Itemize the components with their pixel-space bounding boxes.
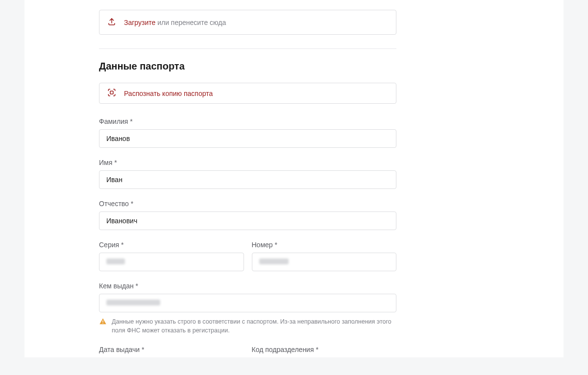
form-content: Загрузите или перенесите сюда Данные пас… xyxy=(24,10,397,357)
issued-by-warning: Данные нужно указать строго в соответств… xyxy=(99,317,396,335)
field-dept-code: Код подразделения * xyxy=(252,346,397,357)
patronymic-input[interactable] xyxy=(99,211,396,230)
surname-label: Фамилия * xyxy=(99,117,397,125)
field-issued-by: Кем выдан * xyxy=(99,282,397,312)
upload-rest-label: или перенесите сюда xyxy=(155,19,226,26)
form-inner: Загрузите или перенесите сюда Данные пас… xyxy=(24,10,397,357)
svg-rect-2 xyxy=(102,320,103,322)
section-divider xyxy=(99,48,396,49)
section-title: Данные паспорта xyxy=(99,61,397,72)
field-series: Серия * xyxy=(99,241,244,271)
upload-icon xyxy=(107,17,116,27)
surname-input[interactable] xyxy=(99,129,396,148)
svg-rect-3 xyxy=(102,323,103,324)
name-label: Имя * xyxy=(99,159,397,166)
scan-icon xyxy=(107,88,116,98)
patronymic-label: Отчество * xyxy=(99,200,397,208)
upload-dropzone[interactable]: Загрузите или перенесите сюда xyxy=(99,10,396,35)
page-container: Загрузите или перенесите сюда Данные пас… xyxy=(24,0,564,357)
row-date-dept: Дата выдачи * Код подразделения * xyxy=(99,346,396,357)
series-input[interactable] xyxy=(99,253,244,271)
upload-text: Загрузите или перенесите сюда xyxy=(124,19,226,26)
series-label: Серия * xyxy=(99,241,244,249)
name-input[interactable] xyxy=(99,170,396,189)
recognize-label: Распознать копию паспорта xyxy=(124,90,213,97)
field-name: Имя * xyxy=(99,159,397,189)
warning-icon xyxy=(99,318,107,327)
number-label: Номер * xyxy=(252,241,397,249)
issued-by-input[interactable] xyxy=(99,294,396,312)
field-issue-date: Дата выдачи * xyxy=(99,346,244,357)
field-patronymic: Отчество * xyxy=(99,200,397,230)
recognize-button[interactable]: Распознать копию паспорта xyxy=(99,83,396,104)
issue-date-label: Дата выдачи * xyxy=(99,346,244,353)
field-number: Номер * xyxy=(252,241,397,271)
issued-by-label: Кем выдан * xyxy=(99,282,397,290)
field-surname: Фамилия * xyxy=(99,117,397,148)
number-input[interactable] xyxy=(252,253,397,271)
svg-rect-1 xyxy=(110,91,113,94)
row-series-number: Серия * Номер * xyxy=(99,241,396,271)
warning-text: Данные нужно указать строго в соответств… xyxy=(112,317,396,335)
upload-action-label: Загрузите xyxy=(124,19,155,26)
dept-code-label: Код подразделения * xyxy=(252,346,397,353)
